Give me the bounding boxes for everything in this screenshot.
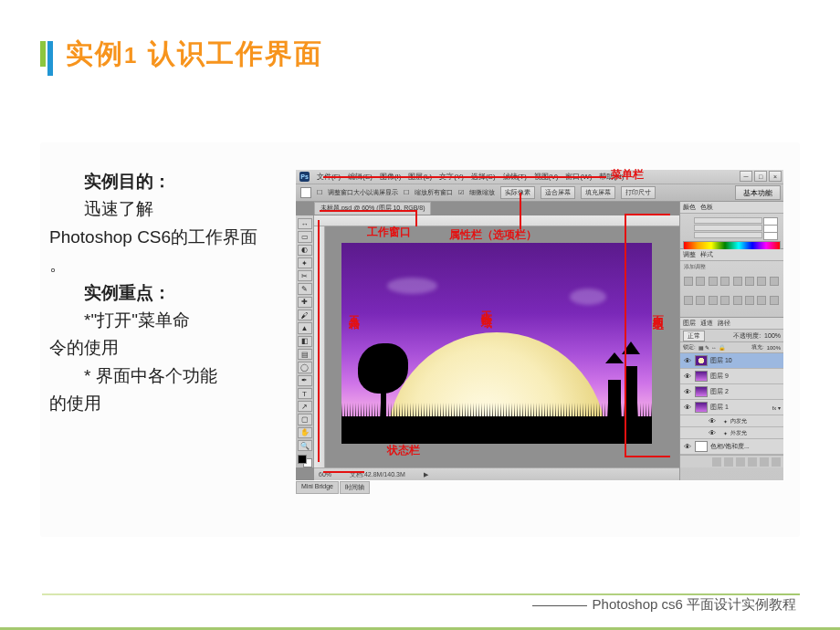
blend-mode-select[interactable]: 正常 bbox=[683, 331, 705, 341]
opt-scrubby[interactable]: 细微缩放 bbox=[469, 188, 495, 197]
adj-icon[interactable] bbox=[757, 277, 766, 286]
annot-line-workwin2 bbox=[415, 210, 417, 226]
tool-preset-icon[interactable] bbox=[300, 187, 311, 198]
close-button[interactable]: × bbox=[769, 171, 782, 182]
layer-style-icon[interactable] bbox=[724, 457, 733, 467]
btn-fit-screen[interactable]: 适合屏幕 bbox=[541, 186, 575, 199]
layer-thumb bbox=[695, 402, 708, 413]
adjustments-tab[interactable]: 调整 bbox=[683, 250, 696, 259]
adj-icon[interactable] bbox=[696, 296, 705, 305]
eraser-tool-icon[interactable]: ◧ bbox=[298, 336, 312, 347]
heal-tool-icon[interactable]: ✚ bbox=[298, 297, 312, 308]
adj-icon[interactable] bbox=[709, 296, 718, 305]
color-tab[interactable]: 颜色 bbox=[683, 203, 696, 212]
layer-eye[interactable]: 👁 bbox=[683, 356, 692, 365]
workspace-switcher[interactable]: 基本功能 bbox=[735, 185, 781, 200]
layer-row[interactable]: 👁图层 1fx ▾ bbox=[680, 400, 783, 415]
artwork-cloud bbox=[570, 289, 606, 305]
layer-row[interactable]: 👁✦外发光 bbox=[680, 427, 783, 439]
annot-work-area: 工作区域 bbox=[478, 302, 494, 310]
adj-icon[interactable] bbox=[757, 296, 766, 305]
minibridge-tab[interactable]: Mini Bridge bbox=[296, 481, 339, 494]
move-tool-icon[interactable]: ↔ bbox=[298, 218, 312, 229]
adj-icon[interactable] bbox=[696, 277, 705, 286]
layer-mask-icon[interactable] bbox=[736, 457, 745, 467]
fg-color-swatch[interactable] bbox=[298, 455, 307, 464]
layer-eye[interactable]: 👁 bbox=[683, 403, 692, 412]
opacity-value[interactable]: 100% bbox=[764, 332, 781, 339]
layer-row[interactable]: 👁色相/饱和度... bbox=[680, 439, 783, 455]
eyedropper-tool-icon[interactable]: ✎ bbox=[298, 283, 312, 294]
styles-tab[interactable]: 样式 bbox=[700, 250, 713, 259]
layer-row[interactable]: 👁图层 2 bbox=[680, 384, 783, 400]
layer-eye[interactable]: 👁 bbox=[708, 416, 717, 425]
hand-tool-icon[interactable]: ✋ bbox=[298, 427, 312, 438]
document-tab[interactable]: 未标题.psd @ 60% (图层 10, RGB/8) bbox=[314, 202, 431, 215]
fill-label: 填充: bbox=[751, 343, 764, 352]
annot-line-panels bbox=[625, 214, 670, 215]
crop-tool-icon[interactable]: ✂ bbox=[298, 270, 312, 281]
fg-bg-colors[interactable] bbox=[298, 455, 312, 467]
brush-tool-icon[interactable]: 🖌 bbox=[298, 310, 312, 320]
layer-eye[interactable]: 👁 bbox=[683, 442, 692, 451]
marquee-tool-icon[interactable]: ▭ bbox=[298, 231, 312, 242]
lasso-tool-icon[interactable]: ◐ bbox=[298, 245, 312, 256]
point2-line1: * 界面中各个功能 bbox=[49, 362, 259, 390]
swatches-tab[interactable]: 色板 bbox=[700, 203, 713, 212]
btn-print-size[interactable]: 打印尺寸 bbox=[621, 186, 656, 199]
maximize-button[interactable]: □ bbox=[754, 171, 767, 182]
adj-icon[interactable] bbox=[745, 277, 754, 286]
layer-eye[interactable]: 👁 bbox=[708, 428, 717, 437]
layer-name: 图层 10 bbox=[710, 356, 732, 365]
adj-icon[interactable] bbox=[733, 277, 742, 286]
fill-value[interactable]: 100% bbox=[767, 345, 781, 351]
minimize-button[interactable]: ─ bbox=[740, 171, 752, 182]
btn-fill-screen[interactable]: 填充屏幕 bbox=[581, 186, 615, 199]
lock-label: 锁定: bbox=[683, 343, 696, 352]
g-slider[interactable] bbox=[694, 225, 762, 231]
btn-actual-pixels[interactable]: 实际像素 bbox=[500, 186, 535, 199]
timeline-tab[interactable]: 时间轴 bbox=[340, 481, 370, 494]
layer-eye[interactable]: 👁 bbox=[683, 372, 692, 381]
b-slider[interactable] bbox=[694, 232, 762, 238]
blur-tool-icon[interactable]: ◯ bbox=[298, 362, 312, 373]
pen-tool-icon[interactable]: ✒ bbox=[298, 375, 312, 386]
paths-tab[interactable]: 路径 bbox=[718, 319, 730, 328]
wand-tool-icon[interactable]: ✦ bbox=[298, 257, 312, 268]
new-layer-icon[interactable] bbox=[760, 457, 769, 467]
layer-eye[interactable]: 👁 bbox=[683, 387, 692, 396]
layer-row[interactable]: 👁图层 9 bbox=[680, 369, 783, 384]
zoom-tool-icon[interactable]: 🔍 bbox=[298, 440, 312, 451]
delete-layer-icon[interactable] bbox=[772, 457, 781, 467]
opt-zoom-all[interactable]: 缩放所有窗口 bbox=[415, 188, 453, 197]
annot-panel-group: 面板组 bbox=[650, 307, 666, 312]
adj-icon[interactable] bbox=[684, 277, 693, 286]
layer-row[interactable]: 👁✦内发光 bbox=[680, 415, 783, 427]
opt-resize[interactable]: 调整窗口大小以满屏显示 bbox=[328, 188, 398, 197]
adj-icon[interactable] bbox=[720, 277, 730, 286]
annot-line-options bbox=[520, 193, 521, 229]
adj-icon[interactable] bbox=[684, 296, 693, 305]
ps-toolbox: ↔ ▭ ◐ ✦ ✂ ✎ ✚ 🖌 ▲ ◧ ▤ ◯ ✒ T ↗ ▢ ✋ 🔍 bbox=[296, 215, 314, 467]
stamp-tool-icon[interactable]: ▲ bbox=[298, 322, 312, 333]
adj-icon[interactable] bbox=[709, 277, 718, 286]
gradient-tool-icon[interactable]: ▤ bbox=[298, 349, 312, 360]
opacity-label: 不透明度: bbox=[733, 331, 761, 341]
adj-icon[interactable] bbox=[770, 277, 779, 286]
objective-line2: Photoshop CS6的工作界面 。 bbox=[49, 224, 259, 279]
layers-tab[interactable]: 图层 bbox=[683, 319, 696, 328]
adj-icon[interactable] bbox=[720, 296, 730, 305]
adj-icon[interactable] bbox=[733, 296, 742, 305]
path-tool-icon[interactable]: ↗ bbox=[298, 401, 312, 412]
adj-icon[interactable] bbox=[745, 296, 754, 305]
channels-tab[interactable]: 通道 bbox=[700, 319, 713, 328]
layer-row[interactable]: 👁图层 10 bbox=[680, 353, 783, 369]
r-slider[interactable] bbox=[694, 217, 762, 224]
type-tool-icon[interactable]: T bbox=[298, 388, 312, 399]
adj-icon[interactable] bbox=[770, 296, 779, 305]
shape-tool-icon[interactable]: ▢ bbox=[298, 414, 312, 425]
new-group-icon[interactable] bbox=[748, 457, 757, 467]
link-layers-icon[interactable] bbox=[712, 457, 721, 467]
document-canvas[interactable] bbox=[341, 243, 652, 444]
layer-name: 色相/饱和度... bbox=[710, 442, 750, 451]
